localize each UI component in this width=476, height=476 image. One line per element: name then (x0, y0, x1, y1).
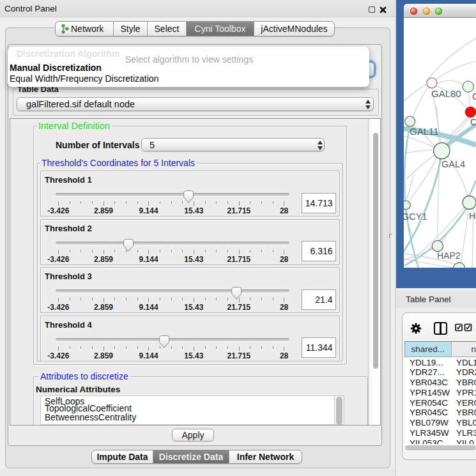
svg-text:C: C (470, 117, 476, 127)
svg-text:HAP2: HAP2 (437, 250, 461, 261)
svg-text:H: H (469, 211, 475, 221)
svg-text:GA: GA (472, 91, 476, 102)
svg-text:GCY1: GCY1 (404, 211, 427, 222)
svg-text:GAL4: GAL4 (441, 159, 465, 169)
svg-text:GAL80: GAL80 (431, 88, 461, 99)
svg-text:GAL11: GAL11 (410, 126, 439, 137)
